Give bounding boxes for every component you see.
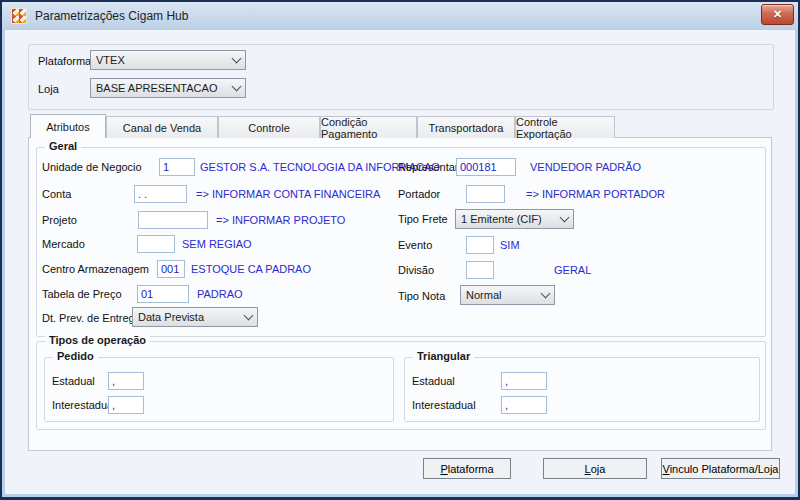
conta-desc: => INFORMAR CONTA FINANCEIRA (196, 188, 380, 200)
portador-desc: => INFORMAR PORTADOR (526, 188, 665, 200)
dt-prev-entrega-value: Data Prevista (138, 311, 204, 323)
projeto-input[interactable] (138, 211, 208, 229)
title-bar[interactable]: Parametrizações Cigam Hub (2, 2, 798, 29)
tab-controle-exportacao[interactable]: Controle Exportação (515, 116, 615, 138)
mercado-input[interactable] (137, 235, 175, 253)
store-select[interactable]: BASE APRESENTACAO (90, 78, 246, 98)
pedido-interestadual-label: Interestadual (52, 399, 116, 411)
triangular-group-title: Triangular (413, 350, 474, 362)
triangular-estadual-label: Estadual (412, 375, 455, 387)
centro-armazenagem-input[interactable] (157, 260, 185, 278)
tipo-frete-label: Tipo Frete (398, 213, 448, 225)
store-value: BASE APRESENTACAO (96, 82, 217, 94)
platform-select[interactable]: VTEX (90, 50, 246, 70)
chevron-down-icon (232, 54, 242, 64)
tab-canal-de-venda[interactable]: Canal de Venda (106, 116, 218, 138)
evento-desc: SIM (500, 239, 520, 251)
tipo-nota-label: Tipo Nota (398, 290, 445, 302)
tab-controle[interactable]: Controle (218, 116, 320, 138)
evento-input[interactable] (466, 236, 494, 254)
pedido-interestadual-input[interactable] (108, 396, 144, 414)
unidade-negocio-label: Unidade de Negocio (42, 161, 142, 173)
mercado-desc: SEM REGIAO (182, 238, 252, 250)
projeto-desc: => INFORMAR PROJETO (216, 214, 345, 226)
tab-transportadora[interactable]: Transportadora (417, 116, 515, 138)
projeto-label: Projeto (42, 214, 77, 226)
evento-label: Evento (398, 239, 432, 251)
triangular-interestadual-label: Interestadual (412, 399, 476, 411)
tab-condicao-pagamento[interactable]: Condição Pagamento (320, 116, 417, 138)
dt-prev-entrega-label: Dt. Prev. de Entrega (42, 312, 141, 324)
divisao-desc: GERAL (554, 264, 591, 276)
geral-group-title: Geral (45, 140, 81, 152)
chevron-down-icon (232, 82, 242, 92)
centro-armazenagem-desc: ESTOQUE CA PADRAO (191, 263, 311, 275)
vinculo-plataforma-loja-button[interactable]: Vinculo Plataforma/Loja (661, 458, 780, 479)
representante-desc: VENDEDOR PADRÃO (530, 161, 641, 173)
tipo-nota-value: Normal (466, 289, 501, 301)
representante-input[interactable] (456, 158, 516, 176)
tabela-preco-label: Tabela de Preço (42, 288, 122, 300)
pedido-group-title: Pedido (53, 350, 98, 362)
loja-button[interactable]: Loja (543, 458, 647, 479)
tipo-nota-select[interactable]: Normal (460, 285, 555, 305)
unidade-negocio-input[interactable] (159, 158, 195, 176)
tabela-preco-input[interactable] (137, 285, 189, 303)
plataforma-button[interactable]: Plataforma (423, 458, 511, 479)
pedido-estadual-input[interactable] (108, 372, 144, 390)
triangular-interestadual-input[interactable] (501, 396, 547, 414)
pedido-groupbox: Pedido (44, 357, 394, 422)
dialog-window: Parametrizações Cigam Hub ✕ Plataforma V… (0, 0, 800, 500)
store-label: Loja (38, 83, 59, 95)
operations-group-title: Tipos de operação (45, 334, 150, 346)
chevron-down-icon (560, 213, 570, 223)
triangular-estadual-input[interactable] (501, 372, 547, 390)
platform-label: Plataforma (38, 55, 91, 67)
close-button[interactable]: ✕ (761, 4, 794, 25)
tipo-frete-select[interactable]: 1 Emitente (CIF) (455, 209, 574, 229)
close-icon: ✕ (773, 9, 782, 20)
window-title: Parametrizações Cigam Hub (35, 9, 188, 23)
tabela-preco-desc: PADRAO (197, 288, 243, 300)
conta-input[interactable] (134, 185, 187, 203)
tipo-frete-value: 1 Emitente (CIF) (461, 213, 542, 225)
chevron-down-icon (541, 289, 551, 299)
triangular-groupbox: Triangular (404, 357, 760, 422)
app-icon (11, 8, 27, 24)
mercado-label: Mercado (42, 238, 85, 250)
portador-input[interactable] (466, 185, 505, 203)
divisao-label: Divisão (398, 264, 434, 276)
tab-atributos[interactable]: Atributos (30, 114, 106, 138)
chevron-down-icon (244, 311, 254, 321)
platform-value: VTEX (96, 54, 125, 66)
dt-prev-entrega-select[interactable]: Data Prevista (132, 307, 258, 327)
divisao-input[interactable] (466, 261, 494, 279)
conta-label: Conta (42, 188, 71, 200)
pedido-estadual-label: Estadual (52, 375, 95, 387)
portador-label: Portador (398, 188, 440, 200)
centro-armazenagem-label: Centro Armazenagem (42, 263, 149, 275)
